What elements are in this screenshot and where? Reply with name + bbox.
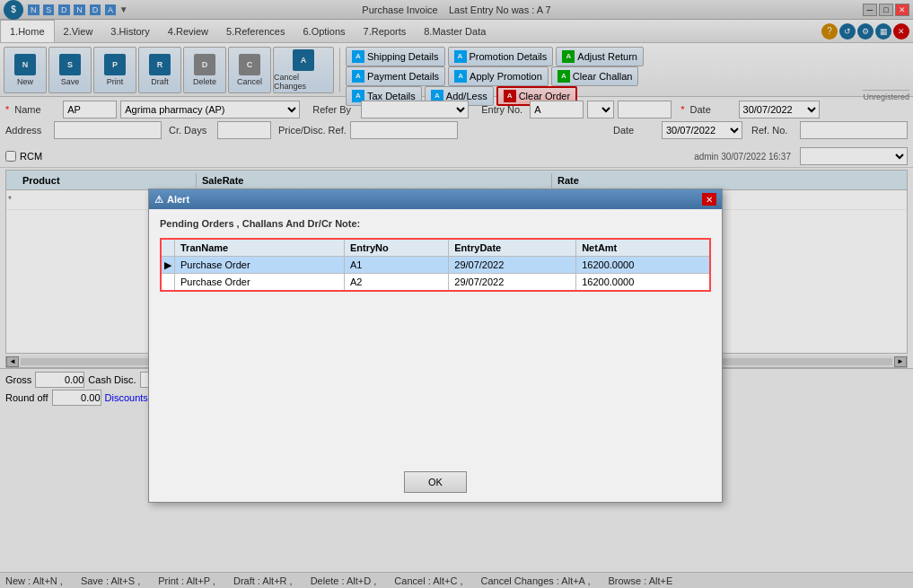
alert-icon: ⚠: [154, 194, 163, 206]
arrow-col-header: [161, 239, 175, 257]
dialog-overlay: ⚠ Alert ✕ Pending Orders , Challans And …: [0, 0, 913, 588]
ok-button[interactable]: OK: [404, 471, 467, 493]
alert-table: TranName EntryNo EntryDate NetAmt ▶ Purc…: [160, 238, 711, 292]
entryno-cell-2: A2: [344, 274, 448, 292]
dialog-footer: OK: [149, 462, 722, 502]
table-header-row: TranName EntryNo EntryDate NetAmt: [161, 239, 710, 257]
dialog-spacer: [149, 301, 722, 462]
row-arrow: ▶: [161, 257, 175, 274]
alert-dialog: ⚠ Alert ✕ Pending Orders , Challans And …: [148, 189, 723, 503]
dialog-body: Pending Orders , Challans And Dr/Cr Note…: [149, 209, 722, 301]
entrydate-header: EntryDate: [449, 239, 576, 257]
table-row[interactable]: ▶ Purchase Order A1 29/07/2022 16200.000…: [161, 257, 710, 274]
entrydate-cell-1: 29/07/2022: [449, 257, 576, 274]
entryno-header: EntryNo: [344, 239, 448, 257]
netamt-cell-1: 16200.0000: [576, 257, 710, 274]
dialog-close-button[interactable]: ✕: [702, 193, 716, 206]
dialog-title: ⚠ Alert: [154, 194, 189, 206]
tranname-cell-2: Purchase Order: [175, 274, 345, 292]
tranname-header: TranName: [175, 239, 345, 257]
entrydate-cell-2: 29/07/2022: [449, 274, 576, 292]
tranname-cell-1: Purchase Order: [175, 257, 345, 274]
entryno-cell-1: A1: [344, 257, 448, 274]
row-arrow-2: [161, 274, 175, 292]
table-row[interactable]: Purchase Order A2 29/07/2022 16200.0000: [161, 274, 710, 292]
netamt-cell-2: 16200.0000: [576, 274, 710, 292]
alert-table-body: ▶ Purchase Order A1 29/07/2022 16200.000…: [161, 257, 710, 292]
netamt-header: NetAmt: [576, 239, 710, 257]
dialog-message: Pending Orders , Challans And Dr/Cr Note…: [160, 218, 711, 229]
dialog-title-bar: ⚠ Alert ✕: [149, 189, 722, 209]
